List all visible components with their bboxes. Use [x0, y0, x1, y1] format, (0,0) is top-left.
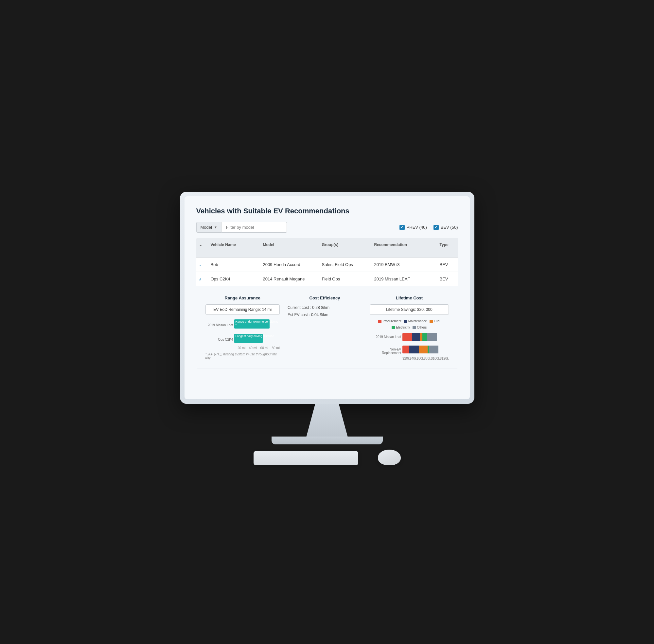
legend-procurement: Procurement	[378, 319, 401, 323]
sort-icon: ⌄	[199, 243, 202, 247]
lc-seg-maintenance-1	[412, 333, 420, 341]
type-ops: BEV	[437, 275, 458, 283]
range-note: * 20F (-7C), heating system in use throu…	[206, 352, 280, 360]
current-cost-value: 0.28 $/km	[312, 305, 329, 310]
lc-seg-fuel-2	[419, 346, 427, 353]
range-bar-2-sublabel: Longest daily driving distance	[236, 335, 274, 338]
legend-label-fuel: Fuel	[434, 319, 440, 323]
lc-seg-others-2	[429, 346, 438, 353]
row-expand-ops[interactable]: ∧	[196, 275, 208, 283]
row-expand-bob[interactable]: ⌄	[196, 261, 208, 268]
cost-efficiency-panel: Cost Efficiency Current cost : 0.28 $/km…	[284, 293, 366, 363]
legend-electricity: Electricity	[392, 326, 410, 329]
lc-bar-1: 2019 Nissan Leaf	[402, 333, 448, 341]
legend-fuel: Fuel	[429, 319, 440, 323]
chevron-down-icon: ▼	[214, 226, 217, 229]
range-x-4: 80 mi	[272, 346, 279, 350]
table-row-bob: ⌄ Bob 2009 Honda Accord Sales, Field Ops…	[196, 257, 458, 272]
lifetime-chart-area: 2019 Nissan Leaf	[370, 333, 448, 360]
legend-dot-electricity	[392, 326, 395, 329]
lc-x-2: $40k	[410, 357, 417, 360]
lc-bar-2: Non-EV Replacement	[402, 346, 448, 353]
current-cost-label: Current cost :	[287, 305, 311, 310]
range-x-3: 60 mi	[260, 346, 268, 350]
lc-seg-procurement-2	[402, 346, 409, 353]
recommendation-bob: 2019 BMW i3	[372, 261, 437, 268]
toolbar: Model ▼ PHEV (40) BEV (50)	[196, 222, 458, 233]
keyboard-area	[180, 450, 474, 465]
lc-x-6: $120k	[440, 357, 448, 360]
expand-icon-ops: ∧	[199, 277, 202, 281]
phev-label: PHEV (40)	[407, 225, 427, 230]
page-title: Vehicles with Suitable EV Recommendation…	[196, 207, 458, 215]
bev-label: BEV (50)	[441, 225, 458, 230]
range-bar-2-container: Longest daily driving distance	[234, 334, 280, 343]
lc-bar-1-label: 2019 Nissan Leaf	[370, 335, 401, 339]
legend-maintenance: Maintenance	[404, 319, 427, 323]
lc-seg-electricity-1	[422, 333, 427, 341]
th-expand: ⌄	[196, 241, 208, 254]
range-assurance-title: Range Assurance	[206, 296, 280, 300]
vehicle-name-bob: Bob	[208, 261, 260, 268]
th-recommendation: Recommendation	[372, 241, 437, 254]
type-bob: BEV	[437, 261, 458, 268]
legend-others: Others	[413, 326, 427, 329]
range-chart-area: 2019 Nissan Leaf Range under extreme con…	[206, 319, 280, 350]
lc-bar-2-fill	[402, 346, 448, 353]
legend-label-procurement: Procurement	[382, 319, 401, 323]
table-row: ⌄ Bob 2009 Honda Accord Sales, Field Ops…	[196, 257, 458, 272]
range-x-axis: 20 mi 40 mi 60 mi 80 mi	[234, 346, 280, 350]
model-dropdown[interactable]: Model ▼	[196, 222, 221, 233]
model-bob: 2009 Honda Accord	[260, 261, 319, 268]
est-ev-cost-value: 0.04 $/km	[311, 313, 328, 317]
legend-label-others: Others	[417, 326, 427, 329]
monitor-stand	[298, 404, 357, 437]
legend-dot-maintenance	[404, 320, 407, 323]
range-bar-1-container: Range under extreme conditions *	[234, 319, 280, 328]
toolbar-left: Model ▼	[196, 222, 287, 233]
lifetime-cost-panel: Lifetime Cost Lifetime Savings: $20, 000…	[366, 293, 452, 363]
th-type: Type	[437, 241, 458, 254]
range-assurance-panel: Range Assurance EV EoD Remaining Range: …	[202, 293, 284, 363]
mouse	[378, 450, 401, 465]
keyboard	[254, 451, 358, 465]
table-header: ⌄ Vehicle Name Model Group(s) Recommenda…	[196, 238, 458, 257]
est-ev-cost-label: Est EV cost :	[287, 313, 310, 317]
vehicle-name-ops: Ops C2K4	[208, 275, 260, 283]
filter-input[interactable]	[221, 222, 287, 233]
lc-seg-fuel-1	[420, 333, 422, 341]
th-model: Model	[260, 241, 319, 254]
table-row-ops: ∧ Ops C2K4 2014 Renault Megane Field Ops…	[196, 272, 458, 368]
range-bar-1-label: 2019 Nissan Leaf	[206, 323, 233, 327]
legend-dot-procurement	[378, 320, 381, 323]
range-x-1: 20 mi	[237, 346, 246, 350]
lc-x-3: $60k	[417, 357, 424, 360]
legend-label-maintenance: Maintenance	[408, 319, 427, 323]
range-bar-2: Ops C2K4 Longest daily driving distance	[234, 334, 280, 343]
lc-x-4: $80k	[424, 357, 431, 360]
monitor: Vehicles with Suitable EV Recommendation…	[180, 192, 474, 404]
bev-checkbox-box	[434, 225, 439, 230]
phev-checkbox[interactable]: PHEV (40)	[399, 225, 427, 230]
lifetime-info-box: Lifetime Savings: $20, 000	[370, 304, 448, 315]
monitor-screen: Vehicles with Suitable EV Recommendation…	[185, 196, 470, 399]
th-groups: Group(s)	[319, 241, 372, 254]
lc-bar-1-fill	[402, 333, 448, 341]
cost-info: Current cost : 0.28 $/km Est EV cost : 0…	[287, 304, 362, 318]
filter-checkboxes: PHEV (40) BEV (50)	[399, 225, 458, 230]
th-vehicle-name: Vehicle Name	[208, 241, 260, 254]
range-bar-1: 2019 Nissan Leaf Range under extreme con…	[234, 319, 280, 328]
bev-checkbox[interactable]: BEV (50)	[434, 225, 458, 230]
lc-seg-others-1	[427, 333, 437, 341]
groups-ops: Field Ops	[319, 275, 372, 283]
expand-icon-bob: ⌄	[199, 263, 202, 267]
lc-seg-procurement-1	[402, 333, 412, 341]
charts-grid: Range Assurance EV EoD Remaining Range: …	[202, 293, 453, 363]
legend-label-electricity: Electricity	[396, 326, 410, 329]
legend: Procurement Maintenance Fu	[370, 319, 448, 329]
table-container: ⌄ Vehicle Name Model Group(s) Recommenda…	[196, 238, 458, 368]
lc-x-axis: $20k $40k $60k $80k $100k $120k	[402, 357, 448, 360]
range-bar-1-sublabel: Range under extreme conditions *	[236, 320, 280, 327]
monitor-base	[272, 437, 383, 444]
lc-seg-maintenance-2	[409, 346, 419, 353]
